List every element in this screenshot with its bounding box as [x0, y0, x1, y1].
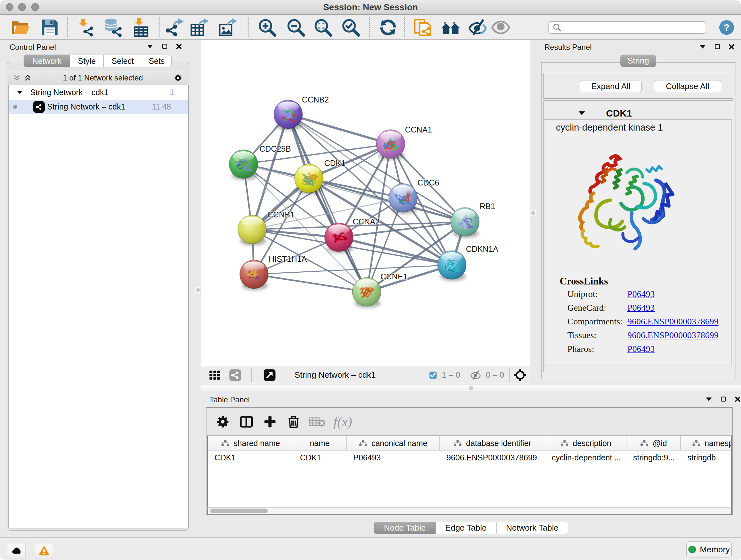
float-panel-icon[interactable]	[146, 43, 154, 50]
view-share-icon[interactable]	[228, 368, 242, 382]
column-header-namespace[interactable]: namespace	[681, 436, 732, 450]
save-session-button[interactable]	[39, 17, 61, 38]
view-grid-icon[interactable]	[208, 368, 222, 382]
column-header-canonical-name[interactable]: canonical name	[347, 436, 440, 450]
maximize-results-icon[interactable]	[714, 44, 721, 50]
node-CCNA1[interactable]: CCNA1	[376, 125, 432, 160]
import-table-file-button[interactable]	[130, 17, 152, 38]
show-graphics-details-button[interactable]	[490, 17, 512, 38]
table-delete-column-icon[interactable]	[282, 413, 306, 430]
column-header-name[interactable]: name	[293, 436, 347, 450]
tab-node-table[interactable]: Node Table	[374, 522, 435, 534]
network-row[interactable]: String Network – cdk1 11 48	[9, 100, 188, 114]
left-splitter-grip[interactable]	[195, 287, 201, 293]
help-button[interactable]: ?	[719, 20, 734, 35]
column-header--id[interactable]: @id	[626, 436, 681, 450]
hide-graphics-details-button[interactable]	[467, 17, 488, 38]
memory-button[interactable]: Memory	[686, 542, 732, 557]
column-header-shared-name[interactable]: shared name	[208, 436, 293, 450]
network-canvas[interactable]: CCNB2CCNA1CDC25BCDK1CDC6RB1CCNB1CCNA2CDK…	[201, 40, 530, 366]
warnings-button[interactable]	[35, 543, 53, 558]
search-input[interactable]	[562, 23, 705, 33]
results-tab-string[interactable]: String	[620, 55, 656, 67]
cell-namespace[interactable]: stringdb	[681, 450, 732, 464]
export-image-button[interactable]	[217, 17, 239, 38]
close-table-icon[interactable]	[734, 396, 741, 402]
node-label-CDC6: CDC6	[417, 178, 439, 187]
import-network-icon	[75, 17, 95, 37]
birdseye-icon[interactable]	[513, 368, 527, 382]
toolbar-separator	[369, 17, 370, 37]
maximize-panel-icon[interactable]	[161, 43, 168, 50]
duplicate-network-button[interactable]	[412, 17, 433, 38]
close-panel-icon[interactable]	[176, 43, 182, 50]
export-network-button[interactable]	[163, 17, 185, 38]
zoom-selected-button[interactable]	[340, 17, 361, 38]
folder-open-icon	[11, 17, 30, 37]
collapse-all-networks-icon[interactable]	[23, 74, 32, 82]
table-options-gear-icon[interactable]	[211, 413, 234, 430]
column-tree-icon	[560, 439, 569, 447]
close-results-icon[interactable]	[728, 44, 735, 50]
column-header-description[interactable]: description	[545, 436, 626, 450]
crosslink-value-link[interactable]: P06493	[627, 303, 655, 316]
column-header-database-identifier[interactable]: database identifier	[440, 436, 545, 450]
table-split-columns-icon[interactable]	[234, 413, 258, 430]
search-box[interactable]	[548, 21, 706, 34]
expand-all-networks-icon[interactable]	[13, 74, 21, 82]
bottom-splitter-grip[interactable]	[468, 385, 474, 391]
apply-layout-button[interactable]	[377, 17, 399, 38]
node-CDKN1A[interactable]: CDKN1A	[437, 245, 498, 281]
table-horizontal-scrollbar[interactable]	[207, 507, 732, 515]
tab-select[interactable]: Select	[104, 55, 142, 67]
cloud-status-button[interactable]	[7, 543, 26, 558]
maximize-table-icon[interactable]	[720, 396, 727, 402]
import-network-file-button[interactable]	[74, 17, 96, 38]
table-delete-table-icon[interactable]	[306, 413, 329, 430]
node-RB1[interactable]: RB1	[451, 202, 495, 238]
float-table-icon[interactable]	[705, 395, 713, 403]
tab-network-table[interactable]: Network Table	[496, 522, 568, 534]
import-network-database-button[interactable]	[102, 17, 124, 38]
table-data-row[interactable]: CDK1CDK1P064939606.ENSP00000378699cyclin…	[208, 450, 731, 464]
zoom-out-button[interactable]	[285, 17, 307, 38]
zoom-in-button[interactable]	[256, 17, 278, 38]
collapse-all-button[interactable]: Collapse All	[654, 80, 721, 92]
right-splitter-grip[interactable]	[530, 210, 536, 216]
open-session-button[interactable]	[10, 17, 31, 38]
cell-description[interactable]: cyclin-dependent ...	[545, 450, 626, 464]
result-entry-header[interactable]: CDK1	[544, 107, 732, 120]
float-results-icon[interactable]	[699, 43, 706, 51]
network-node-count: 11	[152, 102, 160, 111]
collection-expander-icon[interactable]	[17, 90, 23, 95]
tab-style[interactable]: Style	[70, 55, 104, 67]
cell-canonical-name[interactable]: P06493	[347, 450, 440, 464]
cell-shared-name[interactable]: CDK1	[208, 450, 293, 464]
table-scrollbar-thumb[interactable]	[210, 509, 268, 513]
detach-view-icon[interactable]	[263, 368, 277, 382]
crosslink-value-link[interactable]: P06493	[627, 344, 655, 358]
export-table-button[interactable]	[188, 17, 210, 38]
crosslink-value-link[interactable]: 9606.ENSP00000378699	[627, 330, 718, 344]
table-add-column-icon[interactable]	[258, 413, 282, 430]
tab-sets[interactable]: Sets	[142, 55, 172, 67]
cell-name[interactable]: CDK1	[293, 450, 347, 464]
network-collection-row[interactable]: String Network – cdk1 1	[9, 85, 188, 100]
zoom-fit-button[interactable]	[312, 17, 334, 38]
crosslink-value-link[interactable]: 9606.ENSP00000378699	[627, 316, 718, 330]
edge-CCNB2-CCNE1[interactable]	[288, 114, 367, 292]
network-selection-status: 1 of 1 Network selected	[32, 73, 174, 82]
cell--id[interactable]: stringdb:9...	[626, 450, 681, 464]
tab-edge-table[interactable]: Edge Table	[435, 522, 496, 534]
selected-checkbox-icon[interactable]	[428, 370, 438, 380]
cell-database-identifier[interactable]: 9606.ENSP00000378699	[440, 450, 545, 464]
hidden-eye-icon[interactable]	[468, 368, 482, 382]
crosslink-value-link[interactable]: P06493	[627, 289, 655, 303]
node-CCNB2[interactable]: CCNB2	[274, 95, 329, 130]
expand-all-button[interactable]: Expand All	[580, 80, 642, 92]
string-home-button[interactable]	[440, 17, 461, 38]
network-options-gear-icon[interactable]	[174, 74, 182, 82]
table-function-builder-icon[interactable]: f(x)	[333, 414, 352, 429]
entry-expander-icon[interactable]	[578, 111, 586, 116]
tab-network[interactable]: Network	[23, 55, 70, 67]
